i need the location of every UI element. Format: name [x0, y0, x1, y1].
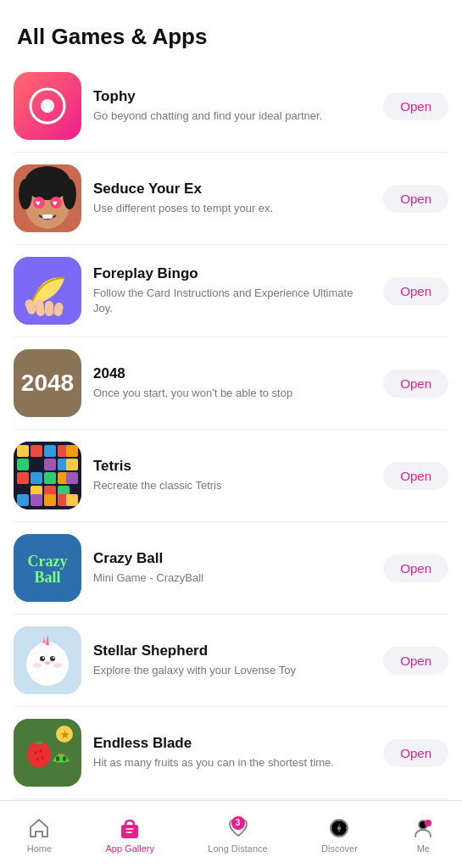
app-desc: Explore the galaxy with your Lovense Toy — [93, 663, 371, 678]
app-desc: Mini Game - CrazyBall — [93, 570, 371, 586]
open-button-stellar[interactable]: Open — [383, 647, 448, 675]
nav-label-me: Me — [417, 843, 430, 854]
nav-label-home: Home — [27, 843, 52, 854]
app-desc: Follow the Card Instructions and Experie… — [93, 286, 371, 316]
svg-rect-2 — [45, 99, 50, 113]
app-name: Seduce Your Ex — [93, 181, 371, 198]
app-icon-stellar — [14, 626, 81, 694]
nav-label-discover: Discover — [321, 843, 358, 854]
svg-rect-28 — [17, 472, 29, 484]
app-name: Tetris — [93, 458, 371, 475]
nav-label-app-gallery: App Gallery — [105, 843, 153, 854]
app-desc: Go beyond chatting and find your ideal p… — [93, 108, 371, 124]
app-icon-endless: ★ — [14, 719, 81, 787]
svg-point-57 — [27, 741, 51, 768]
app-icon-foreplay — [14, 257, 81, 325]
list-item: Tetris Recreate the classic Tetris Open — [14, 430, 448, 522]
svg-text:Ball: Ball — [34, 569, 60, 586]
nav-item-me[interactable]: Me — [401, 813, 445, 857]
app-icon-tetris — [14, 442, 81, 509]
app-info-crazyball: Crazy Ball Mini Game - CrazyBall — [93, 550, 371, 586]
svg-rect-23 — [66, 445, 78, 457]
open-button-foreplay[interactable]: Open — [383, 277, 448, 305]
open-button-crazyball[interactable]: Open — [383, 554, 448, 582]
svg-rect-66 — [121, 825, 138, 838]
svg-point-49 — [40, 656, 45, 661]
app-name: Tophy — [93, 88, 371, 105]
svg-rect-38 — [44, 494, 56, 506]
app-name: 2048 — [93, 365, 371, 382]
nav-item-long-distance[interactable]: 3 Long Distance — [198, 813, 277, 857]
open-button-2048[interactable]: Open — [383, 370, 448, 398]
svg-rect-24 — [17, 459, 29, 470]
open-button-endless[interactable]: Open — [383, 739, 448, 767]
svg-rect-30 — [44, 472, 56, 484]
svg-rect-36 — [17, 494, 29, 506]
open-button-tophy[interactable]: Open — [383, 92, 448, 120]
svg-rect-25 — [44, 459, 56, 470]
open-button-tetris[interactable]: Open — [383, 462, 448, 490]
app-icon-label: 2048 — [21, 370, 74, 397]
app-info-tetris: Tetris Recreate the classic Tetris — [93, 458, 371, 493]
svg-point-61 — [42, 756, 44, 760]
svg-point-77 — [425, 820, 431, 826]
svg-point-50 — [50, 656, 55, 661]
svg-rect-16 — [45, 301, 53, 316]
svg-point-55 — [53, 663, 62, 668]
bottom-nav: Home App Gallery 3 Long Distance — [0, 800, 462, 868]
app-info-2048: 2048 Once you start, you won't be able t… — [93, 365, 371, 401]
svg-text:Crazy: Crazy — [28, 553, 68, 570]
svg-point-62 — [56, 756, 59, 761]
app-name: Stellar Shepherd — [93, 643, 371, 659]
nav-label-long-distance: Long Distance — [208, 843, 267, 854]
list-item: Crazy Ball Crazy Ball Mini Game - CrazyB… — [14, 522, 448, 615]
app-name: Endless Blade — [93, 735, 371, 752]
app-info-tophy: Tophy Go beyond chatting and find your i… — [93, 88, 371, 124]
list-item: Tophy Go beyond chatting and find your i… — [14, 60, 448, 153]
svg-point-58 — [35, 751, 37, 754]
app-desc: Once you start, you won't be able to sto… — [93, 386, 371, 401]
me-icon — [411, 816, 435, 840]
svg-rect-20 — [31, 445, 42, 457]
app-desc: Hit as many fruits as you can in the sho… — [93, 755, 371, 771]
app-desc: Use different poses to tempt your ex. — [93, 201, 371, 216]
svg-rect-32 — [66, 472, 78, 484]
discover-icon — [327, 816, 351, 840]
list-item: ♥ ♥ Seduce Your Ex Use different poses t… — [14, 153, 448, 245]
svg-rect-37 — [31, 494, 42, 506]
long-distance-badge: 3 — [231, 816, 245, 830]
app-icon-2048: 2048 — [14, 349, 81, 417]
svg-point-6 — [19, 179, 32, 209]
svg-point-63 — [63, 756, 66, 761]
list-item: 2048 2048 Once you start, you won't be a… — [14, 337, 448, 430]
app-icon-seduce: ♥ ♥ — [14, 164, 81, 232]
svg-rect-40 — [66, 494, 78, 506]
svg-point-52 — [53, 657, 54, 659]
svg-rect-19 — [17, 445, 29, 457]
svg-point-7 — [63, 179, 76, 209]
app-info-stellar: Stellar Shepherd Explore the galaxy with… — [93, 643, 371, 678]
app-gallery-icon — [118, 816, 142, 840]
svg-point-54 — [33, 663, 42, 668]
apps-list: Tophy Go beyond chatting and find your i… — [0, 60, 462, 799]
app-info-foreplay: Foreplay Bingo Follow the Card Instructi… — [93, 265, 371, 316]
app-info-seduce: Seduce Your Ex Use different poses to te… — [93, 181, 371, 216]
list-item: ★ Endless Blade Hit as many fruits as yo… — [14, 707, 448, 799]
nav-item-discover[interactable]: Discover — [311, 813, 368, 857]
svg-point-60 — [36, 758, 39, 761]
open-button-seduce[interactable]: Open — [383, 185, 448, 213]
app-name: Crazy Ball — [93, 550, 371, 567]
home-icon — [27, 816, 51, 840]
page-header: All Games & Apps — [0, 0, 462, 60]
svg-text:♥: ♥ — [53, 198, 58, 208]
svg-point-71 — [337, 826, 341, 830]
svg-rect-27 — [66, 459, 78, 470]
app-info-endless: Endless Blade Hit as many fruits as you … — [93, 735, 371, 771]
nav-item-home[interactable]: Home — [17, 813, 62, 857]
svg-rect-29 — [31, 472, 42, 484]
svg-point-51 — [42, 657, 44, 659]
svg-point-48 — [31, 642, 64, 676]
list-item: Foreplay Bingo Follow the Card Instructi… — [14, 245, 448, 337]
nav-item-app-gallery[interactable]: App Gallery — [95, 813, 164, 857]
long-distance-icon: 3 — [226, 816, 250, 840]
